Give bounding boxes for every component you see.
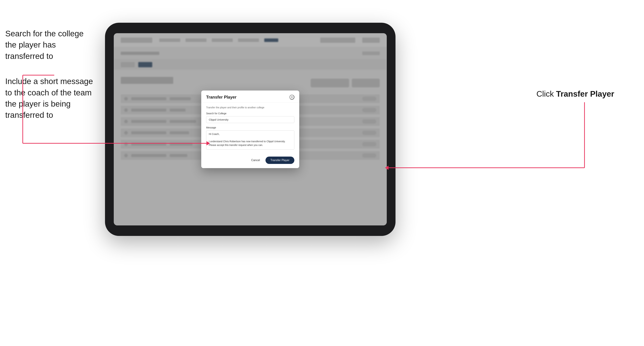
- annotation-right-text: Click: [536, 89, 556, 98]
- close-button[interactable]: ×: [290, 95, 294, 100]
- modal-description: Transfer the player and their profile to…: [206, 106, 294, 109]
- modal-overlay: Transfer Player × Transfer the player an…: [114, 33, 387, 225]
- annotation-line2: Include a short message to the coach of …: [5, 76, 96, 121]
- annotation-left-panel: Search for the college the player has tr…: [5, 28, 96, 121]
- search-college-input[interactable]: [206, 116, 294, 123]
- message-textarea[interactable]: Hi Coach, I understand Chris Robertson h…: [206, 130, 294, 150]
- search-college-label: Search for College: [206, 112, 294, 115]
- modal-header: Transfer Player ×: [201, 91, 299, 103]
- modal-title: Transfer Player: [206, 95, 236, 100]
- annotation-line1: Search for the college the player has tr…: [5, 28, 96, 62]
- cancel-button[interactable]: Cancel: [248, 157, 263, 163]
- message-label: Message: [206, 126, 294, 129]
- annotation-right-bold: Transfer Player: [556, 89, 614, 98]
- tablet-screen: Transfer Player × Transfer the player an…: [114, 33, 387, 225]
- modal-body: Transfer the player and their profile to…: [201, 103, 299, 154]
- tablet-device: Transfer Player × Transfer the player an…: [105, 23, 396, 236]
- transfer-player-modal: Transfer Player × Transfer the player an…: [201, 91, 299, 168]
- modal-footer: Cancel Transfer Player: [201, 154, 299, 168]
- annotation-right-panel: Click Transfer Player: [536, 89, 614, 99]
- transfer-player-button[interactable]: Transfer Player: [266, 157, 294, 164]
